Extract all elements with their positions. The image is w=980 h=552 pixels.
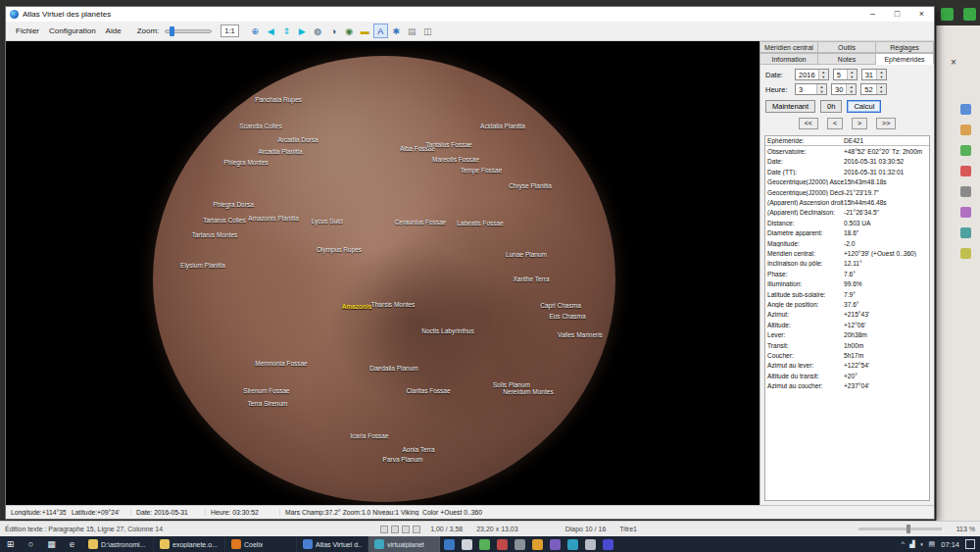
tab-m-ridien-central[interactable]: Méridien central bbox=[760, 41, 818, 53]
ephemeris-row[interactable]: Azimut au coucher:+237°04' bbox=[765, 380, 929, 390]
mars-feature-label[interactable]: Tantalus Fossae bbox=[425, 141, 471, 148]
edge-icon[interactable]: e bbox=[62, 536, 82, 552]
impress-zoom-level[interactable]: 113 % bbox=[950, 526, 975, 532]
action-center-icon[interactable] bbox=[965, 539, 975, 549]
heure-spinner-2-down-icon[interactable]: ▼ bbox=[877, 89, 886, 94]
desktop-shortcut-icon[interactable] bbox=[963, 8, 976, 21]
taskbar-pinned-icon-3[interactable] bbox=[493, 536, 511, 552]
sidebar-panel-icon-7[interactable] bbox=[960, 248, 971, 259]
taskbar-pinned-icon-2[interactable] bbox=[475, 536, 493, 552]
mars-feature-label[interactable]: Phlegra Montes bbox=[223, 159, 269, 166]
mars-feature-label[interactable]: Eos Chasma bbox=[549, 313, 585, 320]
document-icon[interactable]: ▤ bbox=[405, 24, 419, 38]
recenter-globe-icon[interactable]: ⊕ bbox=[248, 24, 263, 38]
ephemeris-row[interactable]: Transit:1h00m bbox=[765, 340, 929, 350]
ephemeris-row[interactable]: Altitude du transit:+20° bbox=[765, 371, 929, 380]
heure-spinner-1-down-icon[interactable]: ▼ bbox=[847, 89, 856, 94]
mars-feature-label[interactable]: Terra Sirenum bbox=[248, 400, 288, 407]
mars-feature-label[interactable]: Aonia Terra bbox=[402, 446, 434, 453]
grid-view-icon[interactable] bbox=[402, 526, 410, 533]
sidebar-panel-icon-3[interactable] bbox=[960, 166, 971, 176]
date-spinner-1[interactable]: 5▲▼ bbox=[833, 69, 858, 80]
mars-feature-label[interactable]: Daedalia Planum bbox=[369, 365, 418, 372]
close-button[interactable]: × bbox=[909, 7, 934, 22]
hidden-icons-chevron[interactable]: ^ bbox=[902, 540, 905, 548]
settings-gear-icon[interactable]: ✱ bbox=[389, 24, 404, 38]
ephemeris-row[interactable]: Azimut:+215°43' bbox=[765, 310, 929, 320]
network-icon[interactable]: ▟ bbox=[909, 540, 914, 548]
mars-feature-label[interactable]: Memnonia Fossae bbox=[255, 360, 307, 367]
menu-item-aide[interactable]: Aide bbox=[101, 26, 126, 35]
taskbar-pinned-icon-6[interactable] bbox=[546, 536, 564, 552]
date-spinner-0[interactable]: 2016▲▼ bbox=[795, 69, 829, 80]
ephemeris-row[interactable]: Ephéméride:DE421 bbox=[765, 136, 929, 146]
mars-feature-label[interactable]: Olympus Rupes bbox=[317, 246, 362, 253]
heure-spinner-1[interactable]: 30▲▼ bbox=[831, 83, 857, 95]
ephemeris-row[interactable]: Distance:0.503 UA bbox=[765, 218, 929, 227]
ephemeris-row[interactable]: Angle de position:37.6° bbox=[765, 299, 929, 309]
mars-feature-label[interactable]: Amazonis Planitia bbox=[248, 215, 299, 222]
zoom-slider-thumb[interactable] bbox=[170, 26, 174, 36]
impress-zoom-slider[interactable] bbox=[858, 527, 942, 530]
menu-item-configuration[interactable]: Configuration bbox=[44, 26, 101, 35]
clock[interactable]: 07:14 bbox=[941, 540, 959, 549]
taskbar-pinned-icon-0[interactable] bbox=[440, 536, 458, 552]
taskbar-pinned-icon-5[interactable] bbox=[528, 536, 546, 552]
tab-eph-m-rides[interactable]: Ephémérides bbox=[876, 53, 934, 65]
globe-color-icon[interactable]: ◉ bbox=[342, 24, 357, 38]
mars-feature-label[interactable]: Elysium Planitia bbox=[180, 262, 225, 269]
mars-feature-label[interactable]: Lunae Planum bbox=[506, 251, 547, 258]
pan-right-icon[interactable]: ▶ bbox=[295, 24, 310, 38]
zoom-slider[interactable] bbox=[165, 29, 212, 33]
ephemeris-row[interactable]: Coucher:5h17m bbox=[765, 350, 929, 360]
ephemeris-row[interactable]: Azimut au lever:+122°54' bbox=[765, 361, 929, 371]
pan-vertical-icon[interactable]: ⇕ bbox=[279, 24, 294, 38]
sidebar-panel-icon-1[interactable] bbox=[960, 125, 971, 135]
minimize-button[interactable]: – bbox=[860, 7, 885, 22]
mars-feature-label[interactable]: Mareotis Fossae bbox=[432, 156, 479, 163]
mars-feature-label[interactable]: Tartarus Montes bbox=[192, 231, 238, 238]
sidebar-panel-icon-5[interactable] bbox=[960, 207, 971, 218]
taskbar-pinned-icon-4[interactable] bbox=[511, 536, 528, 552]
mars-feature-label[interactable]: Sirenum Fossae bbox=[243, 387, 289, 394]
ephemeris-row[interactable]: Magnitude:-2.0 bbox=[765, 238, 929, 248]
mars-feature-label[interactable]: Acidalia Planitia bbox=[480, 123, 525, 129]
close-icon[interactable]: × bbox=[951, 57, 956, 68]
task-view-icon[interactable]: ▦ bbox=[41, 536, 62, 552]
tab-r-glages[interactable]: Réglages bbox=[876, 41, 934, 53]
mars-feature-label[interactable]: Xanthe Terra bbox=[513, 276, 549, 282]
mars-feature-label[interactable]: Claritas Fossae bbox=[406, 387, 450, 394]
sidebar-panel-icon-2[interactable] bbox=[960, 145, 971, 156]
mars-feature-label[interactable]: Tempe Fossae bbox=[461, 167, 503, 174]
mars-feature-label[interactable]: Labeatis Fossae bbox=[457, 220, 504, 226]
nav-button-1[interactable]: < bbox=[827, 118, 843, 129]
ephemeris-row[interactable]: Inclinaison du pôle:12.11° bbox=[765, 259, 929, 269]
start-button[interactable]: ⊞ bbox=[0, 536, 21, 552]
sidebar-panel-icon-0[interactable] bbox=[960, 104, 971, 115]
button-maintenant[interactable]: Maintenant bbox=[765, 100, 815, 113]
layout-view-icon[interactable] bbox=[391, 526, 399, 533]
taskbar-app-d-astronomi[interactable]: D:\astronomi... bbox=[82, 536, 154, 552]
taskbar-pinned-icon-9[interactable] bbox=[599, 536, 616, 552]
pan-left-icon[interactable]: ◀ bbox=[264, 24, 278, 38]
nav-button-3[interactable]: >> bbox=[876, 118, 896, 129]
taskbar-app-coelix[interactable]: Coelix bbox=[225, 536, 297, 552]
tab-outils[interactable]: Outils bbox=[818, 41, 876, 53]
camera-icon[interactable]: ◫ bbox=[420, 24, 435, 38]
title-bar[interactable]: Atlas Virtuel des planètes –□× bbox=[6, 7, 934, 22]
sidebar-panel-icon-6[interactable] bbox=[960, 227, 971, 238]
globe-dark-icon[interactable]: ◑ bbox=[326, 24, 341, 38]
taskbar-app-virtualplanet[interactable]: virtualplanet bbox=[368, 536, 440, 552]
maximize-button[interactable]: □ bbox=[885, 7, 909, 22]
volume-icon[interactable]: ◖ bbox=[919, 540, 923, 548]
ephemeris-row[interactable]: Diamètre apparent:18.6" bbox=[765, 228, 929, 238]
date-spinner-2[interactable]: 31▲▼ bbox=[861, 69, 887, 80]
mars-feature-label[interactable]: Chryse Planitia bbox=[509, 182, 552, 189]
desktop-shortcut-icon[interactable] bbox=[941, 8, 954, 21]
mars-map-view[interactable]: Panchaia RupesScandia CollesArcadia Dors… bbox=[6, 41, 760, 505]
mars-feature-label[interactable]: Panchaia Rupes bbox=[255, 96, 302, 103]
menu-item-fichier[interactable]: Fichier bbox=[11, 26, 44, 35]
fit-page-icon[interactable] bbox=[413, 526, 420, 533]
page-view-icon[interactable] bbox=[380, 526, 388, 533]
mars-feature-label[interactable]: Tartarus Colles bbox=[203, 217, 245, 224]
